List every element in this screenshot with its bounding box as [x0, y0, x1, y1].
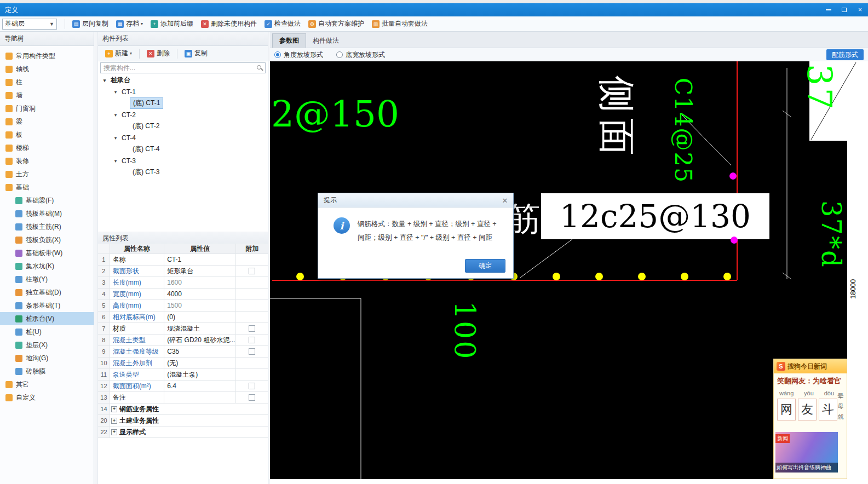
- property-value[interactable]: 现浇混凝土: [164, 323, 236, 334]
- toolbar-button-check-methods[interactable]: ✓检查做法: [261, 18, 304, 31]
- nav-item-stairs[interactable]: 楼梯: [0, 141, 94, 154]
- expand-plus-icon[interactable]: +: [111, 418, 117, 424]
- nav-item-trench[interactable]: 地沟(G): [0, 352, 94, 365]
- nav-item-door-window-opening[interactable]: 门窗洞: [0, 102, 94, 115]
- tree-item-pile-cap-root[interactable]: ▾桩承台: [98, 74, 268, 86]
- toolbar-button-delete-unused-components[interactable]: ✕删除未使用构件: [197, 18, 261, 31]
- attach-checkbox[interactable]: [249, 394, 255, 401]
- dialog-title-bar[interactable]: 提示: [318, 193, 513, 208]
- attach-checkbox[interactable]: [249, 348, 255, 355]
- expand-plus-icon[interactable]: +: [111, 406, 117, 412]
- nav-item-axis[interactable]: 轴线: [0, 62, 94, 76]
- property-value[interactable]: (混凝土泵): [164, 369, 236, 380]
- nav-item-brick-mold[interactable]: 砖胎膜: [0, 365, 94, 378]
- ok-button[interactable]: 确定: [465, 259, 505, 273]
- nav-item-column-pier[interactable]: 柱墩(Y): [0, 273, 94, 286]
- nav-item-foundation-beam[interactable]: 基础梁(F): [0, 194, 94, 207]
- nav-item-slab[interactable]: 板: [0, 128, 94, 141]
- property-value[interactable]: (0): [164, 312, 236, 322]
- new-component-button[interactable]: + 新建 ▾: [101, 48, 136, 60]
- tree-item-ct-4-bottom[interactable]: (底) CT-4: [98, 143, 268, 155]
- tree-item-ct-1[interactable]: ▾CT-1: [98, 86, 268, 97]
- property-value[interactable]: 1600: [164, 277, 236, 288]
- nav-item-sump-pit[interactable]: 集水坑(K): [0, 260, 94, 273]
- tree-item-ct-2-bottom[interactable]: (底) CT-2: [98, 120, 268, 132]
- floor-dropdown[interactable]: 基础层 ▼: [2, 19, 57, 30]
- minimize-button[interactable]: [820, 3, 836, 16]
- property-group-row[interactable]: 22+显示样式: [98, 427, 268, 438]
- property-value[interactable]: 矩形承台: [164, 266, 236, 276]
- tree-expand-icon[interactable]: ▾: [101, 78, 108, 83]
- property-value[interactable]: (碎石 GD20 粗砂水泥...: [164, 335, 236, 345]
- property-group-row[interactable]: 20+土建业务属性: [98, 415, 268, 427]
- property-value[interactable]: 4000: [164, 289, 236, 299]
- property-value[interactable]: (无): [164, 358, 236, 368]
- delete-component-button[interactable]: ✕ 删除: [143, 48, 174, 60]
- property-value[interactable]: [164, 392, 236, 403]
- nav-item-wall[interactable]: 墙: [0, 89, 94, 102]
- tree-item-ct-3[interactable]: ▾CT-3: [98, 155, 268, 166]
- widget-thumbnail[interactable]: 新闻 如何写出抖音练脑神曲: [775, 432, 838, 473]
- toolbar-button-auto-apply-scheme-maintain[interactable]: ⚙自动套方案维护: [304, 18, 368, 31]
- toolbar-button-add-affix[interactable]: +添加前后缀: [147, 18, 197, 31]
- radio-angle-slope[interactable]: 角度放坡形式: [274, 50, 323, 60]
- property-name: 备注: [110, 392, 164, 403]
- nav-item-raft-foundation[interactable]: 筏板基础(M): [0, 207, 94, 220]
- nav-item-raft-main-rebar[interactable]: 筏板主筋(R): [0, 220, 94, 233]
- nav-item-cushion[interactable]: 垫层(X): [0, 338, 94, 352]
- nav-item-earthwork[interactable]: 土方: [0, 168, 94, 181]
- corner-dot: [731, 237, 738, 244]
- close-button[interactable]: ×: [852, 3, 868, 16]
- tree-expand-icon[interactable]: ▾: [112, 158, 119, 164]
- nav-item-foundation[interactable]: 基础: [0, 181, 94, 194]
- property-value[interactable]: 6.4: [164, 381, 236, 391]
- nav-item-custom[interactable]: 自定义: [0, 391, 94, 404]
- side-link[interactable]: 母: [836, 401, 845, 412]
- property-group-name: +显示样式: [110, 427, 268, 437]
- property-value[interactable]: C35: [164, 346, 236, 357]
- copy-component-button[interactable]: ▣ 复制: [181, 48, 211, 60]
- radio-bottom-width-slope[interactable]: 底宽放坡形式: [336, 50, 385, 60]
- rebar-form-button[interactable]: 配筋形式: [826, 49, 864, 60]
- side-link[interactable]: 晕: [836, 391, 845, 401]
- search-icon[interactable]: [257, 65, 261, 70]
- tree-expand-icon[interactable]: ▾: [112, 112, 119, 118]
- toolbar-button-batch-auto-apply[interactable]: ▥批量自动套做法: [368, 18, 432, 31]
- nav-item-common-component-types[interactable]: 常用构件类型: [0, 49, 94, 62]
- nav-item-pile-cap[interactable]: 桩承台(V): [0, 312, 94, 325]
- toolbar-button-archive[interactable]: ▦存档▾: [112, 18, 147, 31]
- widget-side-links[interactable]: 晕母就: [836, 391, 845, 422]
- property-group-row[interactable]: 14+钢筋业务属性: [98, 404, 268, 415]
- property-value[interactable]: CT-1: [164, 254, 236, 265]
- nav-item-other[interactable]: 其它: [0, 378, 94, 391]
- tree-expand-icon[interactable]: ▾: [112, 89, 119, 95]
- nav-item-independent-foundation[interactable]: 独立基础(D): [0, 286, 94, 299]
- tree-expand-icon[interactable]: ▾: [112, 135, 119, 141]
- attach-checkbox[interactable]: [249, 325, 255, 332]
- toolbar-button-copy-between-floors[interactable]: ▤层间复制: [68, 18, 112, 31]
- nav-item-foundation-slab-band[interactable]: 基础板带(W): [0, 246, 94, 260]
- sogou-news-widget[interactable]: S 搜狗今日新词 笑翻网友：为啥看官 wángyǒudòu 网友斗 晕母就 新闻…: [773, 359, 847, 479]
- nav-item-column[interactable]: 柱: [0, 76, 94, 89]
- side-link[interactable]: 就: [836, 412, 845, 422]
- search-input[interactable]: [100, 62, 266, 73]
- attach-checkbox[interactable]: [249, 337, 255, 343]
- nav-item-pile[interactable]: 桩(U): [0, 325, 94, 338]
- tab-parameter-diagram[interactable]: 参数图: [272, 33, 306, 48]
- tree-item-ct-2[interactable]: ▾CT-2: [98, 109, 268, 120]
- dialog-close-button[interactable]: ✕: [500, 195, 510, 205]
- nav-item-raft-negative-rebar[interactable]: 筏板负筋(X): [0, 233, 94, 246]
- attach-checkbox[interactable]: [249, 383, 255, 389]
- tree-item-ct-4[interactable]: ▾CT-4: [98, 132, 268, 143]
- tree-item-ct-3-bottom[interactable]: (底) CT-3: [98, 166, 268, 178]
- attach-checkbox[interactable]: [249, 268, 255, 274]
- widget-headline[interactable]: 笑翻网友：为啥看官: [777, 376, 841, 386]
- tab-component-methods[interactable]: 构件做法: [306, 33, 346, 48]
- nav-item-decoration[interactable]: 装修: [0, 154, 94, 168]
- tree-item-ct-1-bottom[interactable]: (底) CT-1: [98, 97, 268, 109]
- maximize-button[interactable]: [836, 3, 852, 16]
- expand-plus-icon[interactable]: +: [111, 429, 117, 435]
- property-value[interactable]: 1500: [164, 300, 236, 311]
- nav-item-strip-foundation[interactable]: 条形基础(T): [0, 299, 94, 312]
- nav-item-beam[interactable]: 梁: [0, 115, 94, 128]
